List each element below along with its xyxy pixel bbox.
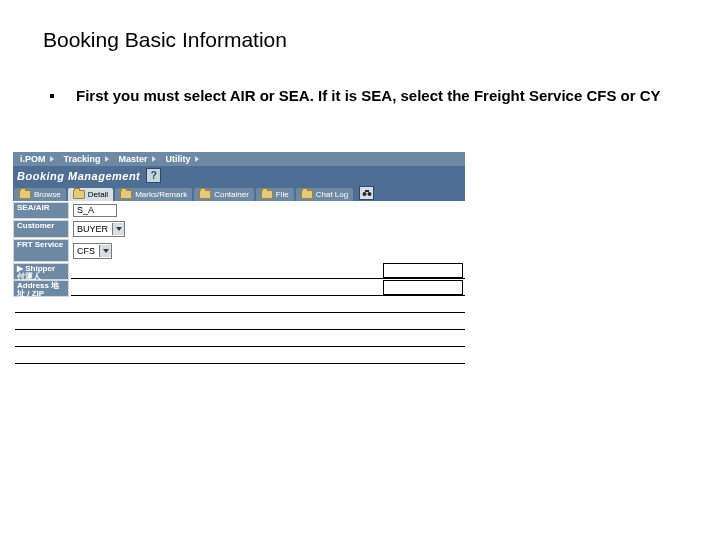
slide-title: Booking Basic Information: [43, 28, 287, 52]
bullet-text: First you must select AIR or SEA. If it …: [76, 86, 661, 106]
line-input[interactable]: [15, 312, 465, 313]
menu-utility[interactable]: Utility: [161, 154, 204, 164]
chevron-right-icon: [195, 156, 199, 162]
screen-titlebar: Booking Management ?: [13, 166, 465, 185]
blank-row-3: [13, 331, 465, 348]
help-icon[interactable]: ?: [146, 168, 161, 183]
chevron-right-icon: [152, 156, 156, 162]
chevron-down-icon: [99, 245, 111, 257]
label-customer: Customer: [13, 220, 69, 238]
screenshot-region: i.POM Tracking Master Utility Booking Ma…: [13, 152, 465, 365]
line-input[interactable]: [15, 329, 465, 330]
label-frt-service: FRT Service: [13, 239, 69, 262]
chevron-right-icon: [105, 156, 109, 162]
label-address: Address 地址 / ZIP: [13, 280, 69, 297]
tab-marks-remark[interactable]: Marks/Remark: [115, 188, 192, 201]
address-box-1[interactable]: [383, 280, 463, 295]
shipper-line-1[interactable]: [71, 278, 465, 279]
svg-rect-2: [365, 190, 369, 192]
customer-select[interactable]: BUYER: [73, 221, 125, 237]
tabstrip: Browse Detail Marks/Remark Container Fil…: [13, 185, 465, 201]
bullet-icon: [50, 94, 54, 98]
folder-icon: [301, 190, 313, 199]
address-line-1[interactable]: [71, 295, 465, 296]
folder-icon: [73, 190, 85, 199]
screen-title: Booking Management: [17, 170, 140, 182]
blank-row-1: [13, 297, 465, 314]
tab-browse[interactable]: Browse: [14, 188, 66, 201]
blank-row-4: [13, 348, 465, 365]
menu-master[interactable]: Master: [114, 154, 161, 164]
svg-point-1: [367, 192, 371, 196]
blank-row-2: [13, 314, 465, 331]
label-shipper: ▶ Shipper 付運人: [13, 263, 69, 280]
chevron-down-icon: [112, 223, 124, 235]
menu-tracking[interactable]: Tracking: [59, 154, 114, 164]
svg-point-0: [362, 192, 366, 196]
tab-file[interactable]: File: [256, 188, 294, 201]
line-input[interactable]: [15, 363, 465, 364]
address-row: Address 地址 / ZIP: [13, 280, 465, 297]
chevron-right-icon: [50, 156, 54, 162]
shipper-row: ▶ Shipper 付運人: [13, 263, 465, 280]
form-area: SEA/AIR S_A Customer BUYER FRT Service: [13, 201, 465, 365]
folder-icon: [19, 190, 31, 199]
tab-chat-log[interactable]: Chat Log: [296, 188, 353, 201]
menubar: i.POM Tracking Master Utility: [13, 152, 465, 166]
tab-container[interactable]: Container: [194, 188, 254, 201]
folder-icon: [120, 190, 132, 199]
line-input[interactable]: [15, 346, 465, 347]
shipper-box-1[interactable]: [383, 263, 463, 278]
menu-ipom[interactable]: i.POM: [15, 154, 59, 164]
tab-detail[interactable]: Detail: [68, 188, 113, 201]
search-binoculars-icon[interactable]: [359, 186, 374, 200]
sea-air-input[interactable]: S_A: [73, 204, 117, 217]
folder-icon: [199, 190, 211, 199]
frt-service-select[interactable]: CFS: [73, 243, 112, 259]
folder-icon: [261, 190, 273, 199]
bullet-item: First you must select AIR or SEA. If it …: [50, 86, 680, 106]
label-sea-air: SEA/AIR: [13, 202, 69, 219]
